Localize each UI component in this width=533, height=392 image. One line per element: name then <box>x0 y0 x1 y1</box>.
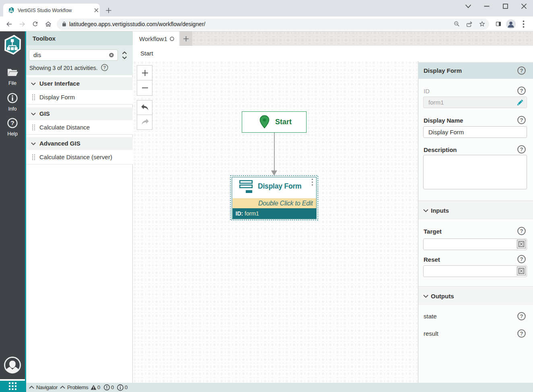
svg-text:?: ? <box>103 65 106 70</box>
svg-text:?: ? <box>520 228 523 234</box>
svg-text:?: ? <box>10 119 14 126</box>
svg-text:?: ? <box>520 313 523 319</box>
svg-text:?: ? <box>520 146 523 152</box>
svg-text:?: ? <box>520 88 523 94</box>
svg-text:?: ? <box>520 117 523 123</box>
svg-text:?: ? <box>520 330 523 337</box>
svg-text:?: ? <box>520 256 523 262</box>
svg-text:?: ? <box>520 68 523 74</box>
